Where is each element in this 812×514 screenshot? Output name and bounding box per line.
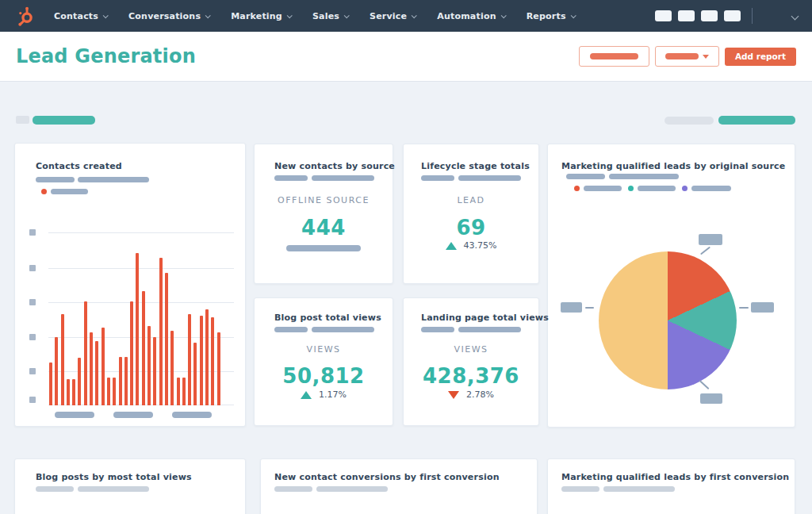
delta-down-icon [448,391,459,399]
nav-item-marketing[interactable]: Marketing [231,11,291,21]
redacted-subtitle-bar [78,177,149,182]
chevron-down-icon [287,13,293,18]
nav-item-automation[interactable]: Automation [437,11,504,21]
toolbar-secondary-placeholder[interactable] [665,117,714,125]
card-new-contacts-by-source: New contacts by source OFFLINE SOURCE 44… [254,144,393,284]
bar [188,314,191,405]
bar [165,273,168,405]
bar [119,357,122,405]
nav-item-label: Service [370,11,407,21]
nav-tool-button-3[interactable] [701,10,718,21]
bar [205,309,209,405]
bar [84,301,87,405]
header-dropdown-button[interactable] [655,46,719,67]
metric-delta: 1.17% [255,389,393,400]
redacted-subtitle-bar [458,175,521,181]
nav-item-label: Sales [312,11,339,21]
bar [61,314,64,405]
bar [130,301,133,405]
card-title: Contacts created [36,161,122,171]
card-title: New contact conversions by first convers… [274,472,500,482]
redacted-label-bar [590,53,638,59]
nav-item-service[interactable]: Service [370,11,416,21]
bar [113,378,116,405]
nav-tool-button-1[interactable] [655,10,672,21]
card-mql-by-first-conversion: Marketing qualified leads by first conve… [547,458,795,514]
pie-chart-mql-by-original-source [599,251,737,389]
card-landing-page-total-views: Landing page total views VIEWS 428,376 2… [403,297,539,426]
legend-dot-purple [682,186,688,191]
nav-item-reports[interactable]: Reports [527,11,575,21]
nav-tool-button-2[interactable] [678,10,695,21]
redacted-label-bar [665,53,699,59]
nav-item-sales[interactable]: Sales [312,11,348,21]
redacted-subtitle-bar [566,174,605,179]
page-header: Lead Generation Add report [0,32,812,82]
account-chevron-down-icon[interactable] [791,12,799,20]
chevron-down-icon [412,13,417,18]
dropdown-caret-icon [703,55,709,59]
delta-value: 43.75% [464,240,497,251]
bar [142,291,145,405]
card-title: Blog posts by most total views [36,472,192,482]
metric-delta: 2.78% [404,389,538,400]
metric-value: 69 [404,216,538,240]
metric-value: 444 [255,216,393,240]
redacted-pie-label [751,302,774,313]
redacted-legend-bar [51,189,88,194]
pie-leader-line [699,380,709,389]
redacted-subtitle-bar [312,175,374,181]
y-tick-placeholder [29,334,36,340]
legend-dot-teal [628,186,634,191]
card-title: Lifecycle stage totals [421,161,530,171]
bar [78,358,81,405]
legend-dot-orange [41,189,47,194]
bar [147,326,151,405]
chevron-down-icon [570,13,576,18]
y-tick-placeholder [29,397,36,403]
card-title: Marketing qualified leads by first conve… [561,472,789,482]
bar [193,343,197,405]
metric-value: 50,812 [255,364,393,388]
filter-toggle-placeholder[interactable] [16,116,29,124]
nav-item-contacts[interactable]: Contacts [54,11,107,21]
redacted-subtitle-bar [36,177,75,182]
redacted-pie-label [561,302,582,313]
card-title: New contacts by source [274,161,395,171]
filter-primary-placeholder[interactable] [33,116,95,125]
redacted-subtitle-bar [609,174,679,179]
redacted-subtitle-bar [312,327,374,332]
bar [55,337,58,405]
nav-item-label: Conversations [128,11,201,21]
y-tick-placeholder [29,265,36,271]
bar [49,362,52,405]
metric-label: VIEWS [404,344,538,355]
toolbar-primary-placeholder[interactable] [718,116,795,125]
redacted-subtitle-bar [78,486,149,492]
redacted-subtitle-bar [421,327,454,332]
nav-item-conversations[interactable]: Conversations [128,11,209,21]
redacted-x-label-bar [55,412,94,418]
redacted-x-label-bar [113,412,153,418]
redacted-legend-bar [691,186,731,191]
bar [177,378,180,405]
redacted-footer-bar [286,245,361,251]
redacted-x-label-bar [172,412,212,418]
header-action-button-1[interactable] [579,46,649,67]
pie-leader-line [700,247,710,255]
redacted-subtitle-bar [274,175,308,181]
header-actions: Add report [579,46,796,67]
redacted-subtitle-bar [603,486,675,492]
chevron-down-icon [344,13,350,18]
hubspot-logo-icon[interactable] [13,4,36,28]
bar [159,258,163,405]
dashboard-page: ContactsConversationsMarketingSalesServi… [0,0,812,514]
redacted-subtitle-bar [421,175,454,181]
redacted-subtitle-bar [274,486,312,492]
nav-item-label: Reports [527,11,566,21]
delta-value: 1.17% [319,389,347,400]
add-report-button[interactable]: Add report [725,48,796,66]
nav-tool-button-4[interactable] [724,10,741,21]
bar [200,316,203,405]
bar [170,331,174,405]
